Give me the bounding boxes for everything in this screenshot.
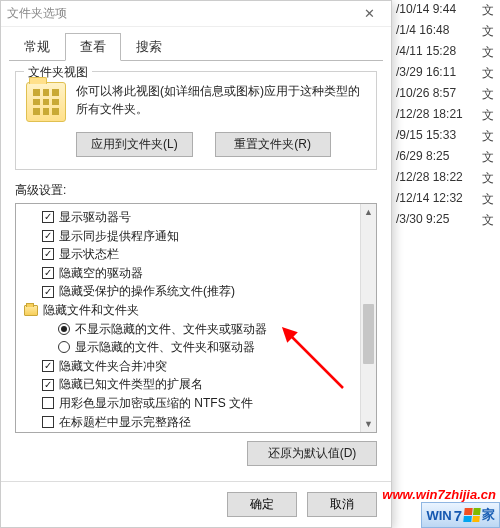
background-row: /3/30 9:25文 — [392, 210, 500, 231]
list-item-label: 隐藏文件夹合并冲突 — [59, 357, 167, 376]
background-row: /1/4 16:48文 — [392, 21, 500, 42]
folder-options-dialog: 文件夹选项 ✕ 常规 查看 搜索 文件夹视图 你可以将此视图(如详细信息或图标)… — [0, 0, 392, 528]
checkbox[interactable] — [42, 379, 54, 391]
list-item[interactable]: 在标题栏中显示完整路径 — [18, 413, 374, 432]
windows-flag-icon — [463, 508, 480, 522]
checkbox[interactable] — [42, 286, 54, 298]
folder-view-group: 文件夹视图 你可以将此视图(如详细信息或图标)应用于这种类型的所有文件夹。 应用… — [15, 71, 377, 170]
folder-icon — [26, 82, 66, 122]
watermark-text: www.win7zhijia.cn — [382, 487, 496, 502]
list-item[interactable]: 用彩色显示加密或压缩的 NTFS 文件 — [18, 394, 374, 413]
cancel-button[interactable]: 取消 — [307, 492, 377, 517]
list-item-label: 显示状态栏 — [59, 245, 119, 264]
checkbox[interactable] — [42, 230, 54, 242]
folder-view-desc: 你可以将此视图(如详细信息或图标)应用于这种类型的所有文件夹。 — [76, 82, 366, 122]
tabstrip: 常规 查看 搜索 — [1, 27, 391, 61]
list-item-label: 在单独的进程中打开文件夹窗口 — [59, 431, 227, 433]
logo-jia: 家 — [482, 506, 495, 524]
list-item[interactable]: 不显示隐藏的文件、文件夹或驱动器 — [18, 320, 374, 339]
tab-view[interactable]: 查看 — [65, 33, 121, 61]
tab-content: 文件夹视图 你可以将此视图(如详细信息或图标)应用于这种类型的所有文件夹。 应用… — [1, 61, 391, 470]
list-item-label: 隐藏空的驱动器 — [59, 264, 143, 283]
background-row: /10/26 8:57文 — [392, 84, 500, 105]
list-item-label: 隐藏已知文件类型的扩展名 — [59, 375, 203, 394]
background-row: /6/29 8:25文 — [392, 147, 500, 168]
logo-seven: 7 — [454, 507, 462, 524]
list-item[interactable]: 显示同步提供程序通知 — [18, 227, 374, 246]
checkbox[interactable] — [42, 416, 54, 428]
win7-logo: WIN 7 家 — [421, 502, 500, 528]
background-row: /9/15 15:33文 — [392, 126, 500, 147]
list-item-label: 隐藏文件和文件夹 — [43, 301, 139, 320]
background-row: /4/11 15:28文 — [392, 42, 500, 63]
reset-folders-button[interactable]: 重置文件夹(R) — [215, 132, 331, 157]
scrollbar[interactable]: ▲ ▼ — [360, 204, 376, 432]
tab-search[interactable]: 搜索 — [121, 33, 177, 61]
checkbox[interactable] — [42, 211, 54, 223]
list-item[interactable]: 在单独的进程中打开文件夹窗口 — [18, 431, 374, 433]
background-row: /10/14 9:44文 — [392, 0, 500, 21]
list-item-label: 用彩色显示加密或压缩的 NTFS 文件 — [59, 394, 253, 413]
background-row: /12/14 12:32文 — [392, 189, 500, 210]
advanced-settings-list[interactable]: 显示驱动器号显示同步提供程序通知显示状态栏隐藏空的驱动器隐藏受保护的操作系统文件… — [15, 203, 377, 433]
list-item[interactable]: 隐藏受保护的操作系统文件(推荐) — [18, 282, 374, 301]
checkbox[interactable] — [42, 397, 54, 409]
radio[interactable] — [58, 341, 70, 353]
ok-button[interactable]: 确定 — [227, 492, 297, 517]
background-row: /3/29 16:11文 — [392, 63, 500, 84]
list-item[interactable]: 隐藏空的驱动器 — [18, 264, 374, 283]
list-item[interactable]: 显示状态栏 — [18, 245, 374, 264]
list-item-label: 隐藏受保护的操作系统文件(推荐) — [59, 282, 235, 301]
list-item-label: 不显示隐藏的文件、文件夹或驱动器 — [75, 320, 267, 339]
radio[interactable] — [58, 323, 70, 335]
dialog-buttons: 确定 取消 — [1, 481, 391, 527]
checkbox[interactable] — [42, 360, 54, 372]
list-item[interactable]: 显示隐藏的文件、文件夹和驱动器 — [18, 338, 374, 357]
checkbox[interactable] — [42, 248, 54, 260]
list-item-label: 显示同步提供程序通知 — [59, 227, 179, 246]
restore-defaults-button[interactable]: 还原为默认值(D) — [247, 441, 377, 466]
background-row: /12/28 18:21文 — [392, 105, 500, 126]
list-item[interactable]: 隐藏文件夹合并冲突 — [18, 357, 374, 376]
titlebar: 文件夹选项 ✕ — [1, 1, 391, 27]
list-item[interactable]: 隐藏已知文件类型的扩展名 — [18, 375, 374, 394]
logo-win: WIN — [426, 508, 451, 523]
folder-icon — [24, 305, 38, 316]
list-item[interactable]: 显示驱动器号 — [18, 208, 374, 227]
scroll-up-icon[interactable]: ▲ — [361, 204, 376, 220]
list-item-label: 显示隐藏的文件、文件夹和驱动器 — [75, 338, 255, 357]
scroll-thumb[interactable] — [363, 304, 374, 364]
advanced-settings-label: 高级设置: — [15, 182, 377, 199]
scroll-down-icon[interactable]: ▼ — [361, 416, 376, 432]
dialog-title: 文件夹选项 — [7, 5, 67, 22]
list-item[interactable]: 隐藏文件和文件夹 — [18, 301, 374, 320]
list-item-label: 显示驱动器号 — [59, 208, 131, 227]
background-file-list: /10/14 9:44文/1/4 16:48文/4/11 15:28文/3/29… — [392, 0, 500, 231]
background-row: /12/28 18:22文 — [392, 168, 500, 189]
tab-general[interactable]: 常规 — [9, 33, 65, 61]
list-item-label: 在标题栏中显示完整路径 — [59, 413, 191, 432]
checkbox[interactable] — [42, 267, 54, 279]
apply-to-folders-button[interactable]: 应用到文件夹(L) — [76, 132, 193, 157]
close-icon[interactable]: ✕ — [353, 6, 385, 21]
